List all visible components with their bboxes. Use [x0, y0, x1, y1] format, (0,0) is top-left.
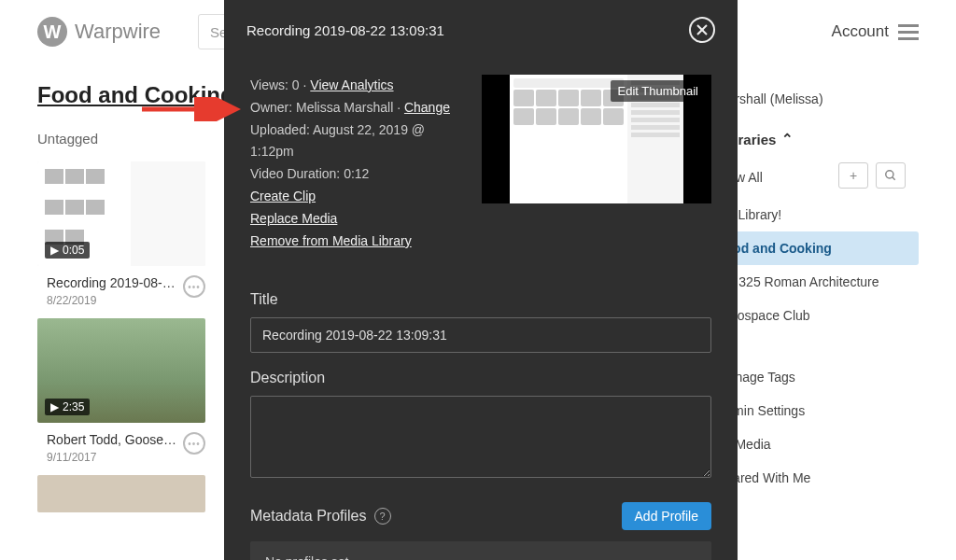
brand-name: Warpwire	[75, 20, 161, 44]
thumbnail-preview[interactable]: Edit Thumbnail	[482, 75, 711, 203]
title-label: Title	[250, 291, 711, 308]
media-title: Robert Todd, Goose…	[47, 432, 176, 447]
brand-logo[interactable]: W Warpwire	[37, 17, 161, 47]
title-input[interactable]	[250, 317, 711, 353]
profiles-label: Metadata Profiles	[250, 508, 367, 525]
media-details-modal: Recording 2019-08-22 13:09:31 Views: 0 ·…	[224, 0, 738, 560]
uploaded-text: Uploaded: August 22, 2019 @ 1:12pm	[250, 119, 459, 164]
close-button[interactable]	[689, 17, 715, 43]
svg-point-0	[886, 171, 893, 178]
modal-title: Recording 2019-08-22 13:09:31	[246, 22, 444, 38]
duration-badge: ▶ 2:35	[45, 399, 90, 415]
add-library-button[interactable]: +	[838, 162, 868, 189]
media-card[interactable]	[37, 475, 205, 512]
chevron-up-icon: ⌃	[781, 131, 794, 147]
remove-media-link[interactable]: Remove from Media Library	[250, 233, 412, 248]
media-title: Recording 2019-08-…	[47, 275, 176, 290]
close-icon	[696, 23, 709, 36]
replace-media-link[interactable]: Replace Media	[250, 211, 337, 226]
media-info: Views: 0 · View Analytics Owner: Melissa…	[250, 75, 459, 252]
change-owner-link[interactable]: Change	[404, 100, 450, 115]
media-card[interactable]: ▶ 2:35 Robert Todd, Goose… 9/11/2017 •••	[37, 318, 205, 464]
menu-icon	[898, 24, 919, 40]
more-icon[interactable]: •••	[183, 275, 205, 298]
search-library-button[interactable]	[876, 162, 906, 189]
help-icon[interactable]: ?	[374, 508, 391, 525]
media-date: 8/22/2019	[47, 294, 176, 307]
media-thumbnail[interactable]	[37, 475, 205, 512]
media-thumbnail[interactable]: ▶ 2:35	[37, 318, 205, 423]
create-clip-link[interactable]: Create Clip	[250, 189, 316, 203]
media-thumbnail[interactable]: ▶ 0:05	[37, 161, 205, 266]
more-icon[interactable]: •••	[183, 432, 205, 455]
description-label: Description	[250, 370, 711, 386]
add-profile-button[interactable]: Add Profile	[622, 502, 711, 530]
no-profiles-message: No profiles set.	[250, 541, 711, 560]
duration-badge: ▶ 0:05	[45, 242, 90, 259]
view-analytics-link[interactable]: View Analytics	[310, 77, 393, 92]
warpwire-icon: W	[37, 17, 67, 47]
media-card[interactable]: ▶ 0:05 Recording 2019-08-… 8/22/2019 •••	[37, 161, 205, 307]
svg-line-1	[893, 177, 895, 180]
media-date: 9/11/2017	[47, 451, 176, 464]
account-menu[interactable]: Account	[832, 22, 919, 41]
duration-text: Video Duration: 0:12	[250, 163, 459, 186]
description-input[interactable]	[250, 396, 711, 478]
edit-thumbnail-button[interactable]: Edit Thumbnail	[611, 80, 706, 102]
account-label: Account	[832, 22, 889, 41]
